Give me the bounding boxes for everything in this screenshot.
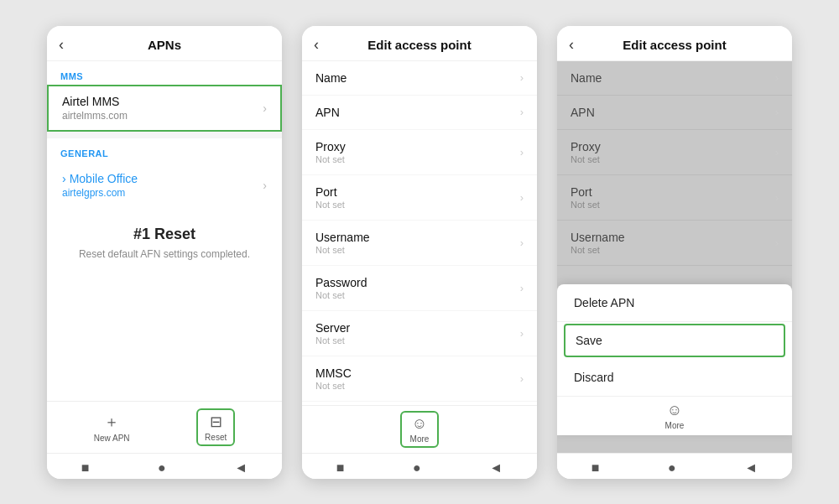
section-divider: [47, 132, 282, 138]
apns-title: APNs: [148, 38, 181, 52]
reset-icon: ⊟: [210, 413, 222, 431]
more-button-3[interactable]: ☺ More: [665, 402, 685, 430]
more-label-2: More: [410, 434, 430, 444]
phone-apns: ‹ APNs MMS Airtel MMS airtelmms.com › GE…: [47, 26, 282, 479]
name-item[interactable]: Name ›: [302, 61, 537, 96]
name-item-3[interactable]: Name ›: [557, 61, 792, 96]
circle-button-3[interactable]: ●: [668, 460, 676, 475]
password-item[interactable]: Password Not set ›: [302, 266, 537, 311]
square-button-3[interactable]: ■: [591, 460, 600, 475]
general-label: GENERAL: [47, 138, 282, 162]
more-btn-container-3: ☺ More: [557, 397, 792, 435]
airtel-mms-url: airtelmms.com: [62, 110, 128, 122]
apn-item-3[interactable]: APN ›: [557, 96, 792, 130]
apns-body: MMS Airtel MMS airtelmms.com › GENERAL ›…: [47, 61, 282, 401]
mobile-office-url: airtelgprs.com: [62, 187, 138, 199]
username-title: Username: [315, 231, 370, 244]
delete-apn-button[interactable]: Delete APN: [557, 284, 792, 322]
edit-apn-body: Name › APN › Proxy Not set › Port Not se…: [302, 61, 537, 405]
active-indicator: ›: [62, 172, 66, 185]
reset-area: #1 Reset Reset default AFN settings comp…: [47, 209, 282, 268]
back-nav-button-1[interactable]: ◄: [234, 460, 248, 475]
username-sub: Not set: [315, 245, 370, 255]
apn-title: APN: [315, 106, 340, 119]
username-item-3[interactable]: Username Not set ›: [557, 221, 792, 266]
circle-button-1[interactable]: ●: [158, 460, 166, 475]
airtel-mms-item[interactable]: Airtel MMS airtelmms.com ›: [47, 85, 282, 132]
new-apn-button[interactable]: ＋ New APN: [94, 412, 130, 443]
server-sub: Not set: [315, 335, 350, 346]
new-apn-label: New APN: [94, 434, 130, 443]
port-title: Port: [315, 185, 345, 199]
back-button-1[interactable]: ‹: [59, 36, 64, 54]
more-icon-2: ☺: [412, 415, 427, 433]
airtel-mms-arrow: ›: [263, 101, 267, 115]
proxy-sub-3: Not set: [571, 154, 601, 164]
back-nav-button-2[interactable]: ◄: [489, 460, 503, 475]
name-title-3: Name: [571, 71, 602, 85]
apn-title-3: APN: [571, 106, 595, 119]
port-item[interactable]: Port Not set ›: [302, 175, 537, 221]
edit-apn-title: Edit access point: [367, 38, 471, 52]
context-menu: Delete APN Save Discard ☺ More: [557, 284, 792, 435]
bottom-nav-1: ＋ New APN ⊟ Reset: [47, 401, 282, 453]
phone-edit-apn-menu: ‹ Edit access point Name › APN › Proxy N…: [557, 26, 792, 479]
proxy-sub: Not set: [315, 154, 346, 164]
phone-edit-apn: ‹ Edit access point Name › APN › Proxy N…: [302, 26, 537, 479]
port-item-3[interactable]: Port Not set ›: [557, 175, 792, 221]
apns-header: ‹ APNs: [47, 26, 282, 61]
username-title-3: Username: [571, 231, 625, 244]
more-label-3: More: [665, 421, 685, 430]
edit-apn-title-3: Edit access point: [623, 38, 726, 52]
mmsc-title: MMSC: [315, 366, 352, 380]
discard-button[interactable]: Discard: [557, 359, 792, 397]
server-title: Server: [315, 321, 350, 335]
plus-icon: ＋: [104, 412, 119, 432]
square-button-2[interactable]: ■: [336, 460, 345, 475]
sys-nav-3: ■ ● ◄: [557, 453, 792, 479]
back-nav-button-3[interactable]: ◄: [744, 460, 758, 475]
airtel-mms-name: Airtel MMS: [62, 95, 128, 108]
edit-apn-header-3: ‹ Edit access point: [557, 26, 792, 61]
reset-desc: Reset default AFN settings completed.: [79, 248, 250, 260]
back-button-3[interactable]: ‹: [569, 36, 574, 54]
reset-button[interactable]: ⊟ Reset: [196, 408, 235, 446]
mobile-office-item[interactable]: › Mobile Office airtelgprs.com ›: [47, 162, 282, 209]
port-title-3: Port: [571, 185, 600, 199]
mmsc-item[interactable]: MMSC Not set ›: [302, 356, 537, 402]
square-button-1[interactable]: ■: [81, 460, 90, 475]
mobile-office-name: Mobile Office: [70, 172, 138, 185]
save-button[interactable]: Save: [564, 324, 785, 357]
apn-item[interactable]: APN ›: [302, 96, 537, 130]
edit-apn-header: ‹ Edit access point: [302, 26, 537, 61]
circle-button-2[interactable]: ●: [413, 460, 421, 475]
reset-label: Reset: [205, 433, 227, 442]
more-button-2[interactable]: ☺ More: [400, 411, 440, 448]
more-btn-container-2: ☺ More: [302, 405, 537, 453]
proxy-item[interactable]: Proxy Not set ›: [302, 130, 537, 175]
proxy-title-3: Proxy: [571, 140, 601, 153]
port-sub: Not set: [315, 200, 345, 210]
username-item[interactable]: Username Not set ›: [302, 221, 537, 266]
port-sub-3: Not set: [571, 200, 600, 210]
password-sub: Not set: [315, 290, 367, 300]
mmsc-sub: Not set: [315, 381, 352, 391]
proxy-title: Proxy: [315, 140, 346, 153]
sys-nav-1: ■ ● ◄: [47, 453, 282, 479]
sys-nav-2: ■ ● ◄: [302, 453, 537, 479]
mobile-office-arrow: ›: [263, 179, 267, 192]
name-title: Name: [315, 71, 347, 85]
mms-label: MMS: [47, 61, 282, 85]
password-title: Password: [315, 276, 367, 289]
server-item[interactable]: Server Not set ›: [302, 311, 537, 356]
username-sub-3: Not set: [571, 245, 625, 255]
proxy-item-3[interactable]: Proxy Not set ›: [557, 130, 792, 175]
back-button-2[interactable]: ‹: [314, 36, 319, 54]
reset-title: #1 Reset: [133, 226, 195, 243]
more-icon-3: ☺: [667, 402, 682, 419]
